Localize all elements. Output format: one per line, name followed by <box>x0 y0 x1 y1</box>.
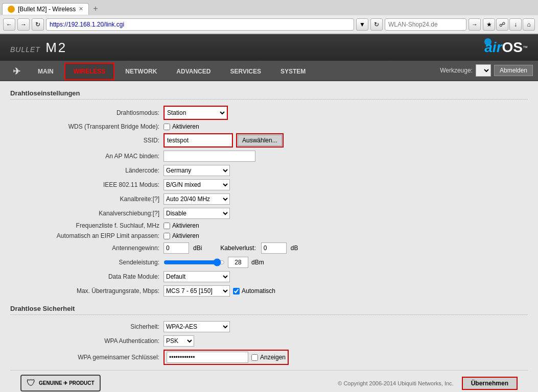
wpa-key-control: Anzeigen <box>163 350 528 365</box>
freq-checkbox-text: Aktivieren <box>172 222 199 229</box>
eirp-checkbox-label[interactable]: Aktivieren <box>163 232 199 239</box>
nav-refresh-button[interactable]: ↻ <box>370 18 383 31</box>
tx-power-value[interactable] <box>228 257 248 268</box>
wpa-key-row: WPA gemeinsamer Schlüssel: Anzeigen <box>10 350 528 365</box>
channel-shift-label: Kanalverschiebung:[?] <box>10 210 163 217</box>
security-select[interactable]: WPA2-AES WPA-AES WPA-TKIP None <box>163 321 230 332</box>
footer-bar: 🛡 GENUINE ✈ PRODUCT © Copyright 2006-201… <box>10 370 528 392</box>
nav-item-advanced[interactable]: ADVANCED <box>168 63 219 80</box>
tab-bar: [Bullet M2] - Wireless ✕ + <box>0 0 538 15</box>
ssid-control: Auswählen... <box>163 133 528 148</box>
forward-button[interactable]: → <box>17 18 30 31</box>
eirp-checkbox-text: Aktivieren <box>172 232 199 239</box>
channel-width-control: Auto 20/40 MHz 20 MHz 40 MHz <box>163 193 528 205</box>
wds-label: WDS (Transparent Bridge Mode): <box>10 123 163 130</box>
content-area: Drahtloseinstellungen Drahtlosmodus: Sta… <box>0 81 538 392</box>
max-rate-control: MCS 7 - 65 [150] MCS 0-7 Automatisch <box>163 285 528 297</box>
search-bar[interactable] <box>385 18 466 31</box>
wds-checkbox[interactable] <box>163 124 170 130</box>
ieee-select[interactable]: B/G/N mixed B/G mixed N only <box>163 179 230 190</box>
reload-button[interactable]: ↻ <box>32 18 44 31</box>
mode-label: Drahtlosmodus: <box>10 109 163 116</box>
eirp-control: Aktivieren <box>163 232 528 239</box>
max-rate-auto-checkbox[interactable] <box>233 288 240 295</box>
wpa-show-text: Anzeigen <box>260 354 286 361</box>
wds-control: Aktivieren <box>163 123 528 130</box>
data-rate-row: Data Rate Module: Default Custom <box>10 271 528 282</box>
nav-item-services[interactable]: SERVICES <box>221 63 269 80</box>
wpa-key-highlight-box: Anzeigen <box>163 350 289 365</box>
channel-shift-control: Disable Enable <box>163 208 528 219</box>
cable-loss-unit: dB <box>291 244 298 252</box>
app-header: BULLET M2 airOS™ <box>0 34 538 61</box>
ssid-input[interactable] <box>165 135 231 146</box>
tab-close-button[interactable]: ✕ <box>79 6 83 12</box>
genuine-badge: 🛡 GENUINE ✈ PRODUCT <box>20 375 101 391</box>
apply-button[interactable]: Übernehmen <box>462 377 518 390</box>
data-rate-select[interactable]: Default Custom <box>163 271 230 282</box>
wpa-show-label[interactable]: Anzeigen <box>251 354 286 361</box>
country-select[interactable]: Germany <box>163 165 230 176</box>
security-section-title: Drahtlose Sicherheit <box>10 305 528 315</box>
cable-loss-input[interactable] <box>261 242 287 254</box>
channel-width-select[interactable]: Auto 20/40 MHz 20 MHz 40 MHz <box>163 193 230 205</box>
tab-favicon <box>8 6 15 13</box>
security-row: Sicherheit: WPA2-AES WPA-AES WPA-TKIP No… <box>10 321 528 332</box>
nav-item-system[interactable]: SYSTEM <box>272 63 314 80</box>
country-label: Ländercode: <box>10 167 163 174</box>
ssid-select-button[interactable]: Auswählen... <box>238 135 282 146</box>
tx-power-slider[interactable] <box>163 258 225 266</box>
tx-power-control: dBm <box>163 257 528 268</box>
wds-row: WDS (Transparent Bridge Mode): Aktiviere… <box>10 123 528 130</box>
wds-checkbox-label[interactable]: Aktivieren <box>163 123 199 130</box>
eirp-checkbox[interactable] <box>163 233 170 239</box>
mac-row: An AP MAC binden: <box>10 151 528 162</box>
wpa-auth-select[interactable]: PSK EAP <box>163 335 194 347</box>
back-button[interactable]: ← <box>3 18 15 31</box>
tools-select[interactable] <box>476 64 491 77</box>
genuine-label: GENUINE ✈ PRODUCT <box>39 380 95 386</box>
ant-gain-input[interactable] <box>163 242 189 254</box>
copyright-text: © Copyright 2006-2014 Ubiquiti Networks,… <box>338 380 453 386</box>
new-tab-button[interactable]: + <box>89 2 102 15</box>
logout-button[interactable]: Abmelden <box>494 65 533 76</box>
nav-item-main[interactable]: MAIN <box>29 63 62 80</box>
wpa-key-label: WPA gemeinsamer Schlüssel: <box>10 354 163 361</box>
search-go-button[interactable]: → <box>469 18 481 31</box>
bookmark-star-button[interactable]: ★ <box>483 18 495 31</box>
download-button[interactable]: ↓ <box>509 18 522 31</box>
max-rate-select[interactable]: MCS 7 - 65 [150] MCS 0-7 <box>163 285 230 297</box>
nav-item-wireless[interactable]: WIRELESS <box>64 63 115 80</box>
freq-control: Aktivieren <box>163 222 528 229</box>
wpa-key-input[interactable] <box>167 352 248 363</box>
mac-input[interactable] <box>163 151 255 162</box>
nav-item-network[interactable]: NETWORK <box>116 63 166 80</box>
max-rate-auto-label[interactable]: Automatisch <box>233 287 275 295</box>
nav-item-icon[interactable]: ✈ <box>6 63 27 80</box>
mode-highlight-box: Station Access Point WDS Station WDS AP <box>163 106 228 120</box>
nav-arrow-button[interactable]: ▼ <box>356 18 368 31</box>
shield-icon: 🛡 <box>27 378 36 388</box>
address-bar[interactable] <box>46 18 354 31</box>
mac-label: An AP MAC binden: <box>10 153 163 160</box>
ant-gain-unit: dBi <box>193 244 202 252</box>
freq-checkbox-label[interactable]: Aktivieren <box>163 222 199 229</box>
max-rate-row: Max. Übertragungsrate, Mbps: MCS 7 - 65 … <box>10 285 528 297</box>
ieee-control: B/G/N mixed B/G mixed N only <box>163 179 528 190</box>
app-container: BULLET M2 airOS™ ✈ MAIN WIRELESS NETWORK… <box>0 34 538 392</box>
ieee-label: IEEE 802.11 Modus: <box>10 181 163 188</box>
wireless-section-title: Drahtloseinstellungen <box>10 89 528 100</box>
wpa-auth-row: WPA Authentication: PSK EAP <box>10 335 528 347</box>
tx-power-unit: dBm <box>251 259 264 266</box>
eirp-row: Automatisch an EIRP Limit anpassen: Akti… <box>10 232 528 239</box>
home-button[interactable]: ⌂ <box>523 18 535 31</box>
wpa-show-checkbox[interactable] <box>251 354 258 361</box>
tx-power-row: Sendeleistung: dBm <box>10 257 528 268</box>
freq-checkbox[interactable] <box>163 223 170 229</box>
tab-title: [Bullet M2] - Wireless <box>18 6 76 13</box>
active-tab[interactable]: [Bullet M2] - Wireless ✕ <box>2 3 89 15</box>
reader-button[interactable]: ☍ <box>496 18 508 31</box>
mode-select[interactable]: Station Access Point WDS Station WDS AP <box>165 107 226 118</box>
nav-menu: ✈ MAIN WIRELESS NETWORK ADVANCED SERVICE… <box>0 61 538 81</box>
channel-shift-select[interactable]: Disable Enable <box>163 208 230 219</box>
